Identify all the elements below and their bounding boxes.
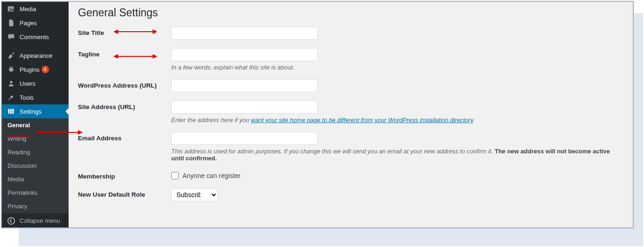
- page-title: General Settings: [78, 7, 623, 19]
- svg-point-10: [8, 217, 14, 224]
- site-url-description: Enter the address here if you want your …: [171, 117, 623, 124]
- site-url-desc-before: Enter the address here if you: [171, 117, 251, 124]
- svg-rect-8: [10, 112, 12, 113]
- content-area: General Settings Site Title Tagline In a…: [69, 2, 633, 227]
- wp-url-input[interactable]: [171, 79, 318, 92]
- svg-point-3: [10, 81, 12, 83]
- annotation-arrow-site-title: [114, 31, 157, 32]
- sidebar-item-label: Appearance: [20, 52, 52, 59]
- default-role-label: New User Default Role: [78, 188, 171, 198]
- svg-rect-7: [8, 110, 10, 111]
- sidebar-item-tools[interactable]: Tools: [2, 90, 69, 104]
- users-icon: [7, 79, 16, 88]
- email-label: Email Address: [78, 132, 171, 142]
- collapse-menu-button[interactable]: Collapse menu: [2, 213, 69, 227]
- svg-rect-5: [10, 109, 12, 114]
- tagline-input[interactable]: [171, 48, 318, 61]
- plugins-icon: [7, 65, 16, 74]
- sidebar-item-label: Plugins: [20, 66, 40, 73]
- sidebar-item-plugins[interactable]: Plugins 4: [2, 62, 69, 76]
- annotation-underline-general: [7, 137, 29, 137]
- collapse-icon: [7, 216, 16, 226]
- email-desc-plain: This address is used for admin purposes.…: [171, 148, 495, 155]
- submenu-reading[interactable]: Reading: [2, 145, 69, 159]
- sidebar-item-label: Users: [20, 80, 35, 87]
- sidebar-item-label: Comments: [20, 34, 49, 41]
- comments-icon: [7, 32, 16, 41]
- svg-point-1: [9, 8, 11, 9]
- sidebar-item-comments[interactable]: Comments: [2, 30, 69, 44]
- site-title-input[interactable]: [171, 27, 318, 40]
- sidebar-item-appearance[interactable]: Appearance: [2, 48, 69, 62]
- site-url-input[interactable]: [171, 101, 318, 114]
- plugins-update-badge: 4: [42, 66, 49, 73]
- sidebar-item-label: Settings: [20, 108, 42, 115]
- sidebar-item-users[interactable]: Users: [2, 76, 69, 90]
- default-role-select[interactable]: Subscriber: [171, 188, 218, 201]
- sidebar-item-settings[interactable]: Settings: [2, 104, 69, 118]
- sidebar-item-media[interactable]: Media: [2, 2, 69, 16]
- submenu-writing[interactable]: Writing: [2, 132, 69, 145]
- sidebar-item-label: Tools: [20, 94, 34, 101]
- wp-url-label: WordPress Address (URL): [78, 79, 171, 89]
- svg-rect-4: [8, 109, 10, 114]
- collapse-menu-label: Collapse menu: [20, 217, 60, 224]
- sidebar-item-pages[interactable]: Pages: [2, 16, 69, 30]
- tools-icon: [7, 93, 16, 102]
- appearance-icon: [7, 51, 16, 60]
- site-url-desc-link[interactable]: want your site home page to be different…: [251, 117, 473, 124]
- membership-checkbox-label: Anyone can register: [182, 172, 241, 179]
- admin-sidebar: Media Pages Comments Appearance Pl: [2, 2, 69, 227]
- membership-checkbox-wrap[interactable]: Anyone can register: [171, 170, 623, 179]
- annotation-arrow-tagline: [114, 56, 157, 57]
- annotation-arrow-general: [35, 132, 82, 133]
- submenu-privacy[interactable]: Privacy: [2, 199, 69, 213]
- media-icon: [7, 4, 16, 14]
- site-url-desc-after: .: [473, 117, 475, 124]
- membership-label: Membership: [78, 170, 171, 180]
- email-description: This address is used for admin purposes.…: [171, 148, 623, 162]
- site-url-label: Site Address (URL): [78, 101, 171, 110]
- submenu-permalinks[interactable]: Permalinks: [2, 186, 69, 199]
- tagline-description: In a few words, explain what this site i…: [171, 64, 623, 71]
- pages-icon: [7, 18, 16, 27]
- settings-icon: [7, 107, 16, 116]
- sidebar-item-label: Pages: [20, 20, 37, 27]
- membership-checkbox[interactable]: [171, 172, 179, 179]
- submenu-media[interactable]: Media: [2, 172, 69, 186]
- svg-rect-0: [8, 7, 14, 12]
- svg-rect-9: [12, 110, 14, 110]
- email-input[interactable]: [171, 132, 318, 145]
- sidebar-item-label: Media: [20, 6, 36, 13]
- svg-rect-6: [13, 109, 14, 114]
- submenu-general[interactable]: General: [2, 118, 69, 132]
- svg-point-2: [13, 53, 14, 55]
- submenu-discussion[interactable]: Discussion: [2, 159, 69, 172]
